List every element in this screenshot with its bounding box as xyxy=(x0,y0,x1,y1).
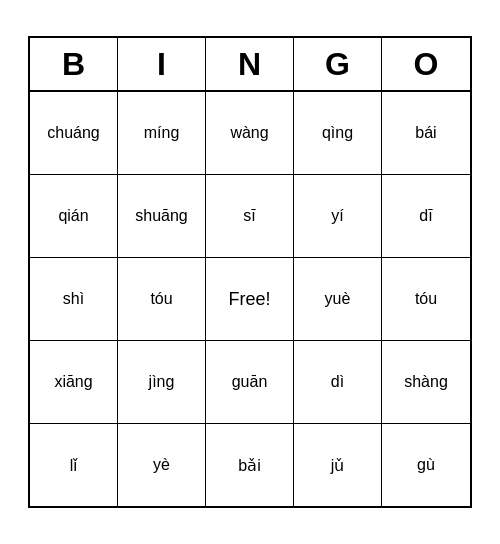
cell-r3-c3: dì xyxy=(294,341,382,423)
cell-r0-c2: wàng xyxy=(206,92,294,174)
bingo-row: shìtóuFree!yuètóu xyxy=(30,258,470,341)
cell-r3-c1: jìng xyxy=(118,341,206,423)
cell-r4-c4: gù xyxy=(382,424,470,506)
header-letter: N xyxy=(206,38,294,90)
cell-r2-c3: yuè xyxy=(294,258,382,340)
cell-r4-c0: lǐ xyxy=(30,424,118,506)
cell-r0-c3: qìng xyxy=(294,92,382,174)
cell-r0-c1: míng xyxy=(118,92,206,174)
cell-r1-c4: dī xyxy=(382,175,470,257)
cell-r1-c1: shuāng xyxy=(118,175,206,257)
header-letter: O xyxy=(382,38,470,90)
bingo-card: BINGO chuángmíngwàngqìngbáiqiánshuāngsīy… xyxy=(28,36,472,508)
cell-r0-c4: bái xyxy=(382,92,470,174)
cell-r1-c3: yí xyxy=(294,175,382,257)
bingo-row: lǐyèbǎijǔgù xyxy=(30,424,470,506)
cell-r4-c2: bǎi xyxy=(206,424,294,506)
cell-r4-c3: jǔ xyxy=(294,424,382,506)
header-letter: G xyxy=(294,38,382,90)
cell-r2-c1: tóu xyxy=(118,258,206,340)
cell-r2-c4: tóu xyxy=(382,258,470,340)
cell-r3-c0: xiāng xyxy=(30,341,118,423)
cell-r3-c2: guān xyxy=(206,341,294,423)
cell-r4-c1: yè xyxy=(118,424,206,506)
bingo-grid: chuángmíngwàngqìngbáiqiánshuāngsīyídīshì… xyxy=(30,92,470,506)
cell-r3-c4: shàng xyxy=(382,341,470,423)
header-letter: B xyxy=(30,38,118,90)
bingo-header: BINGO xyxy=(30,38,470,92)
header-letter: I xyxy=(118,38,206,90)
cell-r2-c2: Free! xyxy=(206,258,294,340)
cell-r1-c0: qián xyxy=(30,175,118,257)
bingo-row: qiánshuāngsīyídī xyxy=(30,175,470,258)
bingo-row: xiāngjìngguāndìshàng xyxy=(30,341,470,424)
cell-r0-c0: chuáng xyxy=(30,92,118,174)
bingo-row: chuángmíngwàngqìngbái xyxy=(30,92,470,175)
cell-r1-c2: sī xyxy=(206,175,294,257)
cell-r2-c0: shì xyxy=(30,258,118,340)
